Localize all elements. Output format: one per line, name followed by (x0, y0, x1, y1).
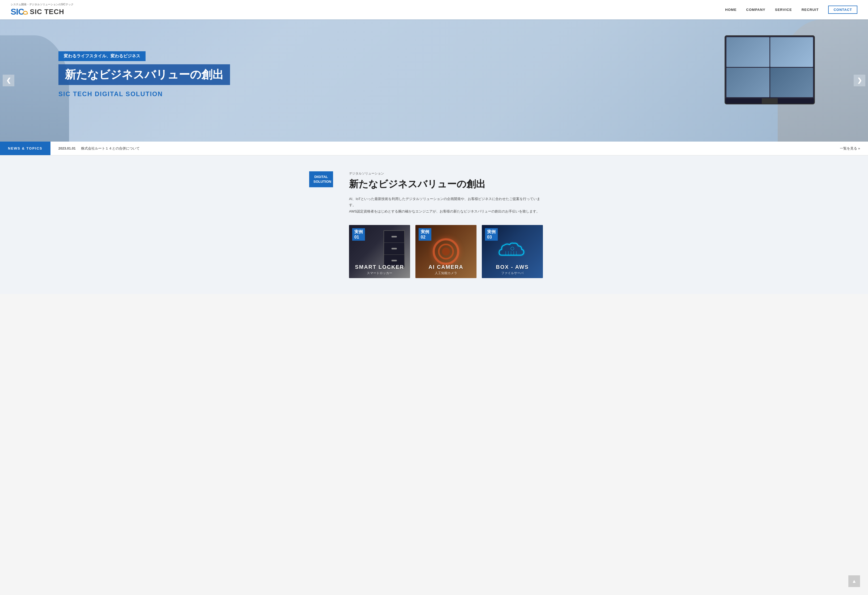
card-badge-1: 実例 01 (352, 228, 365, 241)
logo-sic: SIC (10, 7, 28, 17)
locker-decoration (384, 230, 405, 267)
card-subtitle-1: スマートロッカー (349, 271, 410, 275)
card-smart-locker[interactable]: 実例 01 SMART LOCKER スマートロッカー (349, 225, 410, 278)
nav-company[interactable]: COMPANY (746, 8, 765, 12)
section-category: デジタルソリューション (349, 171, 543, 176)
card-title-3: BOX - AWS (482, 264, 543, 270)
section-inner: DIGITAL SOLUTION デジタルソリューション 新たなビジネスバリュー… (314, 171, 554, 278)
card-badge-num-2: 02 (421, 235, 429, 239)
card-box-aws[interactable]: 実例 03 (482, 225, 543, 278)
section-desc-line1: AI、IoTといった最新技術を利用したデジタルソリューションの企画開発や、お客様… (349, 197, 540, 207)
news-date: 2023.01.01 (58, 146, 76, 151)
section-desc-line2: AWS認定資格者をはじめとする腕の確かなエンジニアが、お客様の新たなビジネスバリ… (349, 209, 540, 213)
locker-handle-3 (391, 260, 397, 261)
camera-core (442, 248, 450, 255)
camera-decoration (433, 238, 459, 265)
hero-section: 変わるライフスタイル、変わるビジネス 新たなビジネスバリューの創出 SIC TE… (0, 19, 868, 142)
nav-home[interactable]: HOME (725, 8, 737, 12)
nav-contact[interactable]: CONTACT (828, 6, 858, 14)
nav-recruit[interactable]: RECRUIT (802, 8, 819, 12)
hero-subtitle: SIC TECH DIGITAL SOLUTION (58, 90, 230, 98)
card-badge-num-1: 01 (354, 235, 363, 239)
monitor-cell-4 (770, 68, 813, 97)
camera-inner (438, 244, 454, 260)
chevron-left-icon: ❮ (6, 77, 11, 84)
main-nav: HOME COMPANY SERVICE RECRUIT CONTACT (725, 6, 858, 14)
logo-main[interactable]: SIC SIC TECH (10, 7, 74, 17)
section-title: 新たなビジネスバリューの創出 (349, 178, 543, 190)
card-subtitle-2: 人工知能カメラ (415, 271, 477, 275)
news-more-link[interactable]: 一覧を見る » (840, 146, 860, 151)
card-badge-num-3: 03 (487, 235, 496, 239)
card-ai-camera[interactable]: 実例 02 AI CAMERA 人工知能カメラ (415, 225, 477, 278)
monitor-stand (762, 98, 778, 103)
site-header: システム開発・デジタルソリューションのSICテック SIC SIC TECH H… (0, 0, 868, 19)
svg-point-0 (511, 247, 514, 250)
chevron-right-icon: ❯ (857, 77, 862, 84)
card-subtitle-3: ファイルサーバ (482, 271, 543, 275)
digital-solution-section: DIGITAL SOLUTION デジタルソリューション 新たなビジネスバリュー… (0, 155, 868, 294)
cloud-decoration (496, 239, 528, 261)
hero-title: 新たなビジネスバリューの創出 (58, 64, 230, 85)
hero-content: 変わるライフスタイル、変わるビジネス 新たなビジネスバリューの創出 SIC TE… (58, 51, 230, 98)
section-body: デジタルソリューション 新たなビジネスバリューの創出 AI、IoTといった最新技… (349, 171, 543, 214)
logo-arc-icon (22, 10, 28, 15)
card-badge-label-3: 実例 (487, 229, 496, 235)
hero-prev-button[interactable]: ❮ (3, 75, 14, 86)
section-label-line2: SOLUTION (313, 180, 331, 183)
nav-service[interactable]: SERVICE (775, 8, 792, 12)
locker-row-1 (384, 231, 404, 243)
logo-text: SIC TECH (30, 8, 64, 16)
card-title-2: AI CAMERA (415, 264, 477, 270)
card-badge-3: 実例 03 (485, 228, 498, 241)
hero-next-button[interactable]: ❯ (854, 75, 865, 86)
locker-handle-2 (391, 248, 397, 250)
hero-monitor-decoration (725, 35, 815, 104)
cloud-svg (496, 239, 528, 261)
section-label-line1: DIGITAL (314, 175, 328, 179)
monitor-cell-3 (726, 68, 769, 97)
news-text: 株式会社ルート１４との合併について (81, 146, 140, 151)
section-desc: AI、IoTといった最新技術を利用したデジタルソリューションの企画開発や、お客様… (349, 196, 543, 214)
card-badge-label-1: 実例 (354, 229, 363, 235)
section-label: DIGITAL SOLUTION (309, 171, 333, 187)
locker-handle-1 (391, 236, 397, 238)
cards-row: 実例 01 SMART LOCKER スマートロッカー 実例 02 (349, 225, 543, 278)
logo-tagline: システム開発・デジタルソリューションのSICテック (10, 3, 74, 6)
card-title-1: SMART LOCKER (349, 264, 410, 270)
logo-area: システム開発・デジタルソリューションのSICテック SIC SIC TECH (10, 3, 74, 17)
monitor-cell-1 (726, 37, 769, 67)
card-badge-label-2: 実例 (421, 229, 429, 235)
monitor-screen (725, 36, 814, 98)
hero-badge: 変わるライフスタイル、変わるビジネス (58, 51, 146, 61)
locker-row-2 (384, 243, 404, 255)
monitor-cell-2 (770, 37, 813, 67)
card-badge-2: 実例 02 (419, 228, 431, 241)
news-content: 2023.01.01 株式会社ルート１４との合併について 一覧を見る » (50, 146, 868, 151)
news-bar: NEWS & TOPICS 2023.01.01 株式会社ルート１４との合併につ… (0, 142, 868, 155)
news-label: NEWS & TOPICS (0, 142, 50, 155)
